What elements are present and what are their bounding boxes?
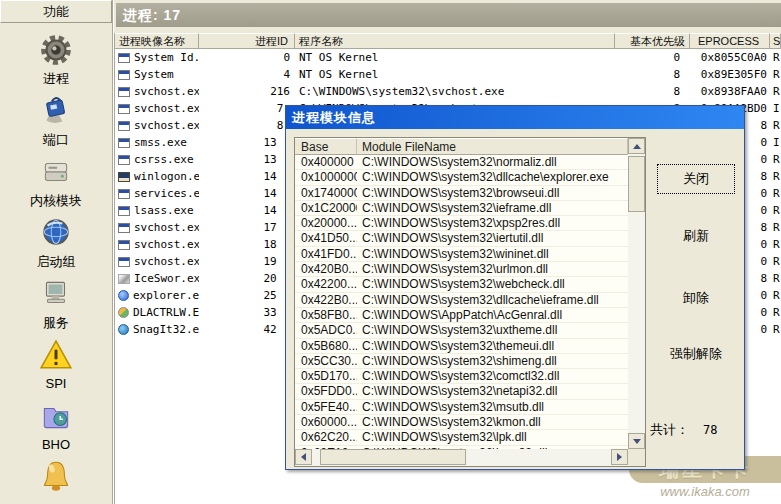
column-header-eprocess[interactable]: EPROCESS: [690, 33, 770, 49]
horizontal-scroll-thumb[interactable]: [320, 449, 466, 465]
sidebar-item-alerts[interactable]: [0, 453, 112, 504]
process-name: IceSwor.exe: [134, 270, 199, 287]
sidebar-item-ports[interactable]: 端口: [0, 87, 112, 148]
process-id-cell: 19: [199, 253, 295, 270]
module-row[interactable]: 0x41FD0...C:\WINDOWS\system32\wininet.dl…: [295, 247, 628, 262]
process-name-cell: csrss.exe: [115, 151, 199, 168]
process-name: svchost.exe: [134, 236, 199, 253]
bell-icon: [38, 457, 74, 497]
module-row[interactable]: 0x5FDD0...C:\WINDOWS\system32\netapi32.d…: [295, 384, 628, 399]
module-row[interactable]: 0x420B0...C:\WINDOWS\system32\urlmon.dll: [295, 262, 628, 277]
explorer-icon: [118, 290, 129, 301]
priority-cell: 0: [615, 49, 690, 66]
table-row[interactable]: System Id...0NT OS Kernel00x8055C0A0R: [115, 49, 781, 66]
process-table-header: 进程映像名称 进程ID 程序名称 基本优先级 EPROCESS S: [115, 33, 781, 49]
sidebar-item-startup-group[interactable]: 启动组: [0, 209, 112, 270]
state-cell: R: [770, 236, 781, 253]
module-rows: 0x400000C:\WINDOWS\system32\normaliz.dll…: [295, 155, 628, 449]
module-row[interactable]: 0x58FB0...C:\WINDOWS\AppPatch\AcGenral.d…: [295, 308, 628, 323]
module-base-cell: 0x422B0...: [295, 293, 357, 307]
window-icon: [118, 138, 130, 148]
refresh-button[interactable]: 刷新: [657, 224, 735, 248]
horizontal-scroll-track[interactable]: [312, 449, 611, 466]
window-icon: [118, 223, 130, 233]
module-row[interactable]: 0x62C20...C:\WINDOWS\system32\lpk.dll: [295, 430, 628, 445]
window-icon: [118, 53, 130, 63]
process-name: svchost.exe: [134, 253, 199, 270]
module-path-cell: C:\WINDOWS\system32\dllcache\ieframe.dll: [357, 293, 628, 307]
sidebar-item-process[interactable]: 进程: [0, 26, 112, 87]
column-header-pid[interactable]: 进程ID: [199, 33, 295, 49]
column-header-module-filename[interactable]: Module FileName: [357, 138, 628, 155]
module-base-cell: 0x1740000: [295, 186, 357, 200]
module-info-dialog: 进程模块信息 Base Module FileName 0x400000C:\W…: [285, 105, 745, 470]
scroll-up-button[interactable]: [628, 138, 645, 154]
module-row[interactable]: 0x5FE40...C:\WINDOWS\system32\msutb.dll: [295, 400, 628, 415]
module-row[interactable]: 0x1000000C:\WINDOWS\system32\dllcache\ex…: [295, 170, 628, 185]
state-cell: R: [770, 202, 781, 219]
state-cell: R: [770, 304, 781, 321]
sidebar-item-bho[interactable]: BHO: [0, 392, 112, 453]
module-base-cell: 0x1000000: [295, 170, 357, 184]
scroll-down-button[interactable]: [628, 433, 645, 449]
table-row[interactable]: svchost.exe216C:\WINDOWS\system32\svchos…: [115, 83, 781, 100]
module-row[interactable]: 0x400000C:\WINDOWS\system32\normaliz.dll: [295, 155, 628, 170]
sidebar-item-spi[interactable]: SPI: [0, 331, 112, 392]
module-row[interactable]: 0x5B680...C:\WINDOWS\system32\themeui.dl…: [295, 339, 628, 354]
vertical-scroll-track[interactable]: [628, 154, 645, 433]
column-header-base[interactable]: Base: [295, 138, 357, 155]
vertical-scrollbar[interactable]: [628, 138, 645, 466]
dialog-titlebar[interactable]: 进程模块信息: [286, 106, 744, 129]
close-button[interactable]: 关闭: [657, 164, 735, 194]
dialog-title: 进程模块信息: [292, 110, 376, 125]
window-icon: [118, 104, 130, 114]
state-cell: R: [770, 270, 781, 287]
process-id-cell: 20: [199, 270, 295, 287]
state-cell: R: [770, 168, 781, 185]
table-row[interactable]: System4NT OS Kernel80x89E305F0R: [115, 66, 781, 83]
priority-cell: 8: [615, 66, 690, 83]
module-row[interactable]: 0x5ADC0...C:\WINDOWS\system32\uxtheme.dl…: [295, 323, 628, 338]
module-row[interactable]: 0x1740000C:\WINDOWS\system32\browseui.dl…: [295, 186, 628, 201]
module-row[interactable]: 0x20000...C:\WINDOWS\system32\xpsp2res.d…: [295, 216, 628, 231]
column-header-program[interactable]: 程序名称: [295, 33, 615, 49]
winlogon-icon: [118, 172, 130, 182]
horizontal-scrollbar[interactable]: [295, 449, 628, 466]
scroll-right-button[interactable]: [611, 449, 628, 465]
sidebar-item-label: SPI: [46, 376, 67, 391]
sidebar-items: 进程端口内核模块启动组服务SPIBHO: [0, 26, 112, 504]
process-id-cell: 216: [199, 83, 295, 100]
module-path-cell: C:\WINDOWS\system32\xpsp2res.dll: [357, 216, 628, 230]
force-unload-button[interactable]: 强制解除: [657, 342, 735, 366]
column-header-state[interactable]: S: [770, 33, 781, 49]
process-name-cell: svchost.exe: [115, 236, 199, 253]
warning-icon: [38, 335, 74, 375]
module-row[interactable]: 0x5D170...C:\WINDOWS\system32\comctl32.d…: [295, 369, 628, 384]
process-name-cell: System: [115, 66, 199, 83]
vertical-scroll-thumb[interactable]: [628, 156, 645, 212]
process-id-cell: 14: [199, 202, 295, 219]
process-id-cell: 8: [199, 117, 295, 134]
module-path-cell: C:\WINDOWS\system32\webcheck.dll: [357, 277, 628, 291]
process-name-cell: svchost.exe: [115, 219, 199, 236]
process-id-cell: 25: [199, 287, 295, 304]
module-row[interactable]: 0x5CC30...C:\WINDOWS\system32\shimeng.dl…: [295, 354, 628, 369]
module-row[interactable]: 0x60000...C:\WINDOWS\system32\kmon.dll: [295, 415, 628, 430]
module-row[interactable]: 0x1C20000C:\WINDOWS\system32\ieframe.dll: [295, 201, 628, 216]
module-row[interactable]: 0x42200...C:\WINDOWS\system32\webcheck.d…: [295, 277, 628, 292]
column-header-image-name[interactable]: 进程映像名称: [115, 33, 199, 49]
unload-button[interactable]: 卸除: [657, 286, 735, 310]
sidebar-item-services[interactable]: 服务: [0, 270, 112, 331]
module-base-cell: 0x60000...: [295, 415, 357, 429]
state-cell: R: [770, 287, 781, 304]
column-header-priority[interactable]: 基本优先级: [615, 33, 690, 49]
program-path-cell: NT OS Kernel: [295, 49, 615, 66]
scroll-left-button[interactable]: [295, 449, 312, 465]
state-cell: R: [770, 49, 781, 66]
state-cell: R: [770, 185, 781, 202]
module-row[interactable]: 0x41D50...C:\WINDOWS\system32\iertutil.d…: [295, 231, 628, 246]
sidebar-item-kernel-modules[interactable]: 内核模块: [0, 148, 112, 209]
module-row[interactable]: 0x422B0...C:\WINDOWS\system32\dllcache\i…: [295, 293, 628, 308]
process-name-cell: smss.exe: [115, 134, 199, 151]
module-path-cell: C:\WINDOWS\system32\themeui.dll: [357, 339, 628, 353]
